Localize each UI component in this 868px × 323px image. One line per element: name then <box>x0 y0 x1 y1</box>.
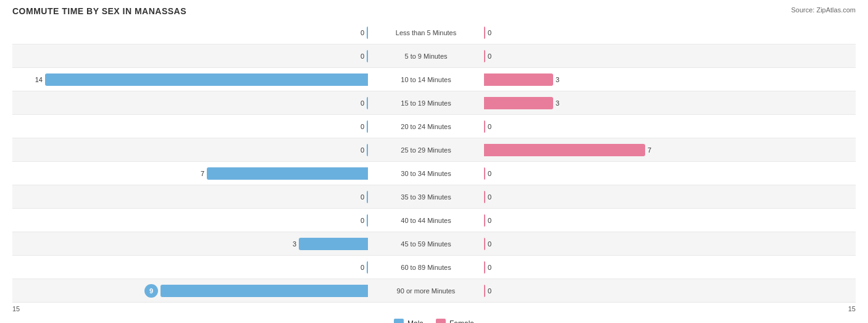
right-section: 3 <box>482 73 840 86</box>
male-value: 0 <box>361 52 364 60</box>
male-value: 0 <box>361 29 364 36</box>
chart-row: 730 to 34 Minutes0 <box>12 162 856 185</box>
row-label: 45 to 59 Minutes <box>370 240 482 248</box>
male-value: 7 <box>201 170 204 177</box>
left-section: 0 <box>12 214 370 227</box>
axis-left: 15 <box>12 305 20 313</box>
female-bar <box>484 285 485 297</box>
chart-row: 345 to 59 Minutes0 <box>12 232 856 256</box>
female-bar <box>484 261 485 274</box>
chart-title: COMMUTE TIME BY SEX IN MANASSAS <box>12 6 856 16</box>
male-legend-label: Male <box>407 319 424 323</box>
left-section: 0 <box>12 50 370 62</box>
right-section: 0 <box>482 120 840 133</box>
male-value: 0 <box>361 99 364 107</box>
right-section: 0 <box>482 285 840 297</box>
row-label: 35 to 39 Minutes <box>370 193 482 201</box>
right-section: 0 <box>482 214 840 227</box>
male-value: 3 <box>293 240 296 248</box>
male-value: 14 <box>35 76 43 83</box>
left-section: 0 <box>12 120 370 133</box>
legend-female: Female <box>436 319 474 323</box>
right-section: 0 <box>482 191 840 203</box>
male-bar <box>367 27 368 39</box>
left-section: 0 <box>12 27 370 39</box>
female-legend-label: Female <box>449 319 474 323</box>
male-badge: 9 <box>144 284 158 298</box>
male-bar <box>299 238 368 250</box>
row-label: 60 to 89 Minutes <box>370 264 482 271</box>
row-label: 40 to 44 Minutes <box>370 217 482 224</box>
male-bar <box>367 120 368 133</box>
chart-row: 05 to 9 Minutes0 <box>12 44 856 68</box>
female-value: 0 <box>488 123 491 130</box>
male-value: 0 <box>361 146 364 154</box>
row-label: 25 to 29 Minutes <box>370 146 482 154</box>
male-bar <box>367 144 368 156</box>
left-section: 0 <box>12 261 370 274</box>
female-legend-box <box>436 319 446 323</box>
female-value: 3 <box>556 76 559 83</box>
row-label: 20 to 24 Minutes <box>370 123 482 130</box>
female-bar <box>484 120 485 133</box>
female-bar <box>484 214 485 227</box>
chart-container: COMMUTE TIME BY SEX IN MANASSAS Source: … <box>0 0 868 323</box>
female-bar <box>484 144 645 156</box>
chart-area: 0Less than 5 Minutes005 to 9 Minutes0141… <box>12 21 856 303</box>
female-value: 0 <box>488 170 491 177</box>
female-value: 0 <box>488 264 491 271</box>
row-label: 10 to 14 Minutes <box>370 76 482 83</box>
axis-right: 15 <box>848 305 856 313</box>
male-bar <box>367 214 368 227</box>
left-section: 7 <box>12 167 370 180</box>
right-section: 0 <box>482 167 840 180</box>
chart-row: 1410 to 14 Minutes3 <box>12 68 856 91</box>
male-value: 0 <box>361 217 364 224</box>
left-section: 14 <box>12 73 370 86</box>
chart-row: 025 to 29 Minutes7 <box>12 138 856 162</box>
legend-male: Male <box>394 319 424 323</box>
left-section: 9 <box>12 284 370 298</box>
male-value: 0 <box>361 193 364 201</box>
chart-row: 990 or more Minutes0 <box>12 279 856 303</box>
right-section: 0 <box>482 50 840 62</box>
chart-row: 060 to 89 Minutes0 <box>12 256 856 279</box>
right-section: 7 <box>482 144 840 156</box>
left-section: 3 <box>12 238 370 250</box>
male-bar <box>367 191 368 203</box>
male-bar <box>367 97 368 109</box>
chart-row: 035 to 39 Minutes0 <box>12 185 856 209</box>
chart-row: 020 to 24 Minutes0 <box>12 115 856 138</box>
chart-row: 0Less than 5 Minutes0 <box>12 21 856 44</box>
male-bar <box>161 285 368 297</box>
female-value: 0 <box>488 29 491 36</box>
right-section: 3 <box>482 97 840 109</box>
male-bar <box>207 167 368 180</box>
right-section: 0 <box>482 27 840 39</box>
row-label: 5 to 9 Minutes <box>370 52 482 60</box>
female-bar <box>484 97 553 109</box>
male-value: 0 <box>361 264 364 271</box>
female-bar <box>484 50 485 62</box>
right-section: 0 <box>482 238 840 250</box>
female-value: 0 <box>488 240 491 248</box>
male-bar <box>45 73 368 86</box>
male-legend-box <box>394 319 404 323</box>
left-section: 0 <box>12 97 370 109</box>
female-value: 0 <box>488 193 491 201</box>
female-value: 3 <box>556 99 559 107</box>
male-bar <box>367 261 368 274</box>
female-bar <box>484 191 485 203</box>
female-value: 0 <box>488 217 491 224</box>
female-value: 0 <box>488 52 491 60</box>
right-section: 0 <box>482 261 840 274</box>
left-section: 0 <box>12 144 370 156</box>
row-label: 90 or more Minutes <box>370 287 482 295</box>
male-bar <box>367 50 368 62</box>
left-section: 0 <box>12 191 370 203</box>
female-bar <box>484 73 553 86</box>
female-value: 0 <box>488 287 491 295</box>
chart-row: 015 to 19 Minutes3 <box>12 91 856 115</box>
row-label: 15 to 19 Minutes <box>370 99 482 107</box>
chart-row: 040 to 44 Minutes0 <box>12 209 856 232</box>
